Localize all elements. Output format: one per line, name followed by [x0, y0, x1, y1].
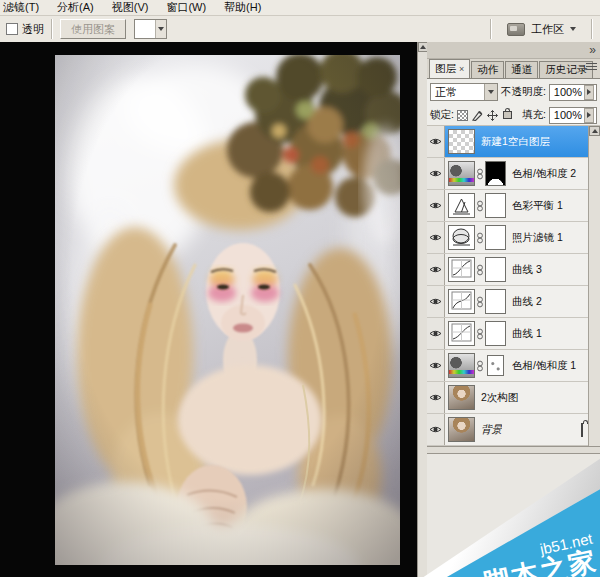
menu-filter[interactable]: 滤镜(T): [1, 0, 41, 15]
visibility-toggle[interactable]: [427, 254, 445, 285]
visibility-toggle[interactable]: [427, 222, 445, 253]
menu-window[interactable]: 窗口(W): [164, 0, 208, 15]
layer-mask-thumbnail[interactable]: [485, 257, 506, 282]
visibility-toggle[interactable]: [427, 350, 445, 381]
layer-row[interactable]: 背景: [427, 414, 600, 446]
transparent-option[interactable]: 透明: [6, 22, 44, 37]
menu-view[interactable]: 视图(V): [110, 0, 151, 15]
layer-mask-thumbnail[interactable]: [485, 161, 506, 186]
panel-tabs: 图层 × 动作 通道 历史记录: [427, 59, 600, 79]
layer-mask-thumbnail[interactable]: [485, 289, 506, 314]
pattern-picker[interactable]: [134, 19, 167, 39]
layer-row[interactable]: 照片滤镜 1: [427, 222, 600, 254]
layer-row[interactable]: 2次构图: [427, 382, 600, 414]
layer-mask-thumbnail[interactable]: [485, 193, 506, 218]
adjustment-thumbnail[interactable]: [448, 161, 475, 186]
opacity-slider-button[interactable]: [584, 85, 594, 100]
tab-history-label: 历史记录: [545, 63, 587, 77]
lock-row: 锁定: 填充: 100%: [427, 105, 600, 126]
layers-list: 新建1空白图层 色相/饱和度 2: [427, 126, 600, 446]
fill-label: 填充:: [522, 108, 546, 122]
workspace-button[interactable]: 工作区: [499, 19, 584, 39]
layer-name: 色相/饱和度 1: [512, 359, 576, 373]
lock-image-pixels-icon[interactable]: [472, 109, 484, 122]
toolbar-divider: [490, 19, 492, 39]
pattern-swatch[interactable]: [135, 20, 155, 38]
adjustment-thumbnail[interactable]: [448, 321, 475, 346]
layer-mask-thumbnail[interactable]: [485, 225, 506, 250]
transparent-checkbox[interactable]: [6, 23, 18, 35]
scroll-up-button[interactable]: [589, 126, 600, 136]
fill-slider-button[interactable]: [584, 108, 594, 123]
visibility-toggle[interactable]: [427, 286, 445, 317]
panel-footer: [427, 446, 600, 454]
document-canvas[interactable]: [0, 42, 417, 577]
blend-mode-row: 正常 不透明度: 100%: [427, 79, 600, 105]
lock-icon: [581, 424, 583, 436]
layer-row[interactable]: 色相/饱和度 2: [427, 158, 600, 190]
link-mask-icon: [475, 232, 485, 244]
layer-row[interactable]: 新建1空白图层: [427, 126, 600, 158]
menu-help[interactable]: 帮助(H): [222, 0, 263, 15]
adjustment-thumbnail[interactable]: [448, 289, 475, 314]
layer-row[interactable]: 曲线 2: [427, 286, 600, 318]
adjustment-thumbnail[interactable]: [448, 257, 475, 282]
collapse-panels-icon[interactable]: »: [589, 43, 596, 57]
visibility-toggle[interactable]: [427, 382, 445, 413]
pattern-dropdown-arrow[interactable]: [155, 20, 166, 38]
menu-bar: 滤镜(T) 分析(A) 视图(V) 窗口(W) 帮助(H): [0, 0, 600, 16]
fill-field[interactable]: 100%: [549, 107, 597, 124]
opacity-value: 100%: [554, 86, 582, 98]
eye-icon: [429, 425, 442, 434]
panel-menu-icon[interactable]: [586, 63, 597, 72]
layer-row[interactable]: 曲线 3: [427, 254, 600, 286]
layer-mask-thumbnail[interactable]: [487, 355, 504, 376]
toolbar-divider: [51, 19, 53, 39]
workspace-icon: [507, 23, 525, 36]
layer-row[interactable]: 曲线 1: [427, 318, 600, 350]
layer-row[interactable]: 色彩平衡 1: [427, 190, 600, 222]
visibility-toggle[interactable]: [427, 414, 445, 445]
layer-thumbnail[interactable]: [448, 385, 475, 410]
adjustment-thumbnail[interactable]: [448, 353, 475, 378]
transparent-label: 透明: [22, 22, 44, 37]
menu-analysis[interactable]: 分析(A): [55, 0, 96, 15]
adjustment-thumbnail[interactable]: [448, 193, 475, 218]
eye-icon: [429, 169, 442, 178]
layers-scrollbar[interactable]: [588, 126, 600, 446]
chevron-down-icon: [158, 27, 164, 31]
close-icon[interactable]: ×: [459, 64, 464, 74]
layer-name: 色相/饱和度 2: [512, 167, 576, 181]
visibility-toggle[interactable]: [427, 158, 445, 189]
layer-mask-thumbnail[interactable]: [485, 321, 506, 346]
blend-mode-select[interactable]: 正常: [430, 83, 498, 101]
layer-thumbnail[interactable]: [448, 417, 475, 442]
lock-position-icon[interactable]: [486, 109, 498, 122]
tab-layers[interactable]: 图层 ×: [429, 59, 470, 78]
chevron-down-icon[interactable]: [484, 84, 497, 100]
tab-actions[interactable]: 动作: [471, 61, 504, 78]
panel-header-strip: »: [427, 42, 600, 59]
visibility-toggle[interactable]: [427, 318, 445, 349]
eye-icon: [429, 265, 442, 274]
link-mask-icon: [475, 200, 485, 212]
link-mask-icon: [475, 264, 485, 276]
visibility-toggle[interactable]: [427, 190, 445, 221]
eye-icon: [429, 329, 442, 338]
layer-thumbnail[interactable]: [448, 129, 475, 154]
lock-transparent-pixels-icon[interactable]: [457, 109, 469, 122]
tab-channels[interactable]: 通道: [505, 61, 538, 78]
layer-row[interactable]: 色相/饱和度 1: [427, 350, 600, 382]
opacity-field[interactable]: 100%: [549, 84, 597, 101]
main-area: » 图层 × 动作 通道 历史记录 正常: [0, 42, 600, 577]
layer-name: 曲线 3: [512, 263, 542, 277]
workspace-label: 工作区: [531, 22, 564, 37]
eye-icon: [429, 297, 442, 306]
fill-value: 100%: [554, 109, 582, 121]
lock-all-icon[interactable]: [501, 109, 513, 122]
chevron-down-icon: [570, 27, 576, 31]
visibility-toggle[interactable]: [427, 126, 445, 157]
layer-name: 曲线 2: [512, 295, 542, 309]
eye-icon: [429, 233, 442, 242]
adjustment-thumbnail[interactable]: [448, 225, 475, 250]
